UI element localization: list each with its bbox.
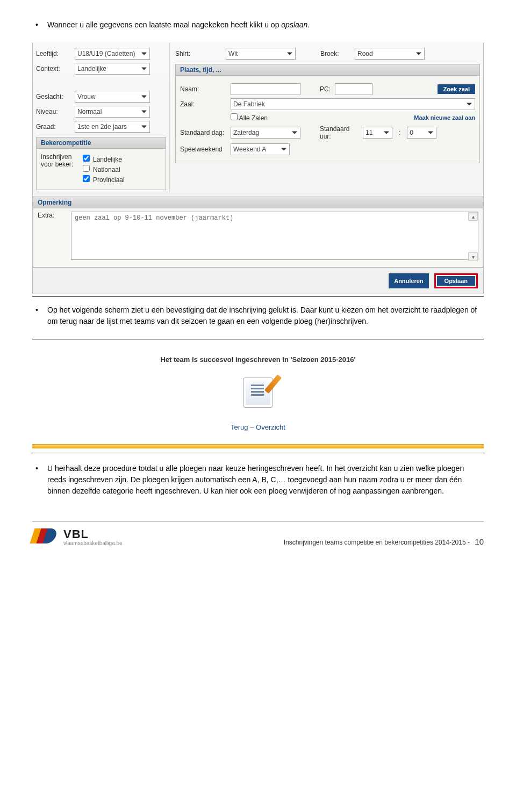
shirt-select[interactable] [226,48,296,60]
bullet1-suffix: . [307,20,310,29]
bullet1-action: opslaan [281,20,307,29]
overzicht-link[interactable]: Overzicht [256,423,285,431]
zaal-label: Zaal: [180,100,226,108]
broek-label: Broek: [320,50,350,57]
bullet-dot: • [32,463,47,497]
plaats-tijd-panel-header: Plaats, tijd, ... [175,64,480,76]
alle-zalen-checkbox[interactable]: Alle Zalen [231,113,268,122]
naam-label: Naam: [180,85,226,93]
graad-select[interactable] [75,121,150,133]
footer-doc-title: Inschrijvingen teams competitie en beker… [284,539,470,546]
opslaan-button[interactable]: Opslaan [437,276,475,286]
terug-link[interactable]: Terug [231,423,248,431]
scroll-up-icon[interactable]: ▴ [468,212,478,221]
standaard-dag-select[interactable] [231,127,300,139]
pc-label: PC: [320,85,331,93]
standaard-uur-min-select[interactable] [407,127,436,139]
checkbox-landelijke-input[interactable] [83,155,90,162]
page-footer: VBL vlaamsebasketballiga.be Inschrijving… [32,527,484,546]
leeftijd-label: Leeftijd: [36,50,75,57]
naam-input[interactable] [231,83,300,95]
checkbox-provinciaal[interactable]: Provinciaal [83,175,125,184]
confirmation-screenshot: Het team is succesvol ingeschreven in 'S… [32,350,484,448]
geslacht-select[interactable] [75,91,150,103]
geslacht-label: Geslacht: [36,93,75,100]
speelweekend-label: Speelweekend [180,146,226,153]
vbl-logo: VBL vlaamsebasketballiga.be [32,527,123,546]
bullet2-text: Op het volgende scherm ziet u een bevest… [47,305,484,327]
annuleren-button[interactable]: Annuleren [389,273,428,288]
pc-input[interactable] [335,83,372,95]
leeftijd-select[interactable] [75,48,150,60]
form-screenshot: Leeftijd: Context: Geslacht: Niveau: [32,42,484,294]
standaard-dag-label: Standaard dag: [180,129,226,136]
standaard-uur-hour-select[interactable] [363,127,392,139]
divider [32,339,484,339]
graad-label: Graad: [36,123,75,130]
standaard-uur-label: Standaard uur: [320,125,359,140]
checkbox-provinciaal-input[interactable] [83,175,90,182]
bekercompetitie-panel-header: Bekercompetitie [36,137,166,149]
bullet1-prefix: Wanneer u alle gegevens een laatste maal… [47,20,281,29]
broek-select[interactable] [355,48,425,60]
instruction-bullet-1: • Wanneer u alle gegevens een laatste ma… [32,19,484,31]
instruction-bullet-3: • U herhaalt deze procedure totdat u all… [32,463,484,497]
vbl-logo-url: vlaamsebasketballiga.be [63,540,123,546]
scroll-down-icon[interactable]: ▾ [468,252,478,261]
checkbox-nationaal[interactable]: Nationaal [83,165,125,173]
checkbox-landelijke[interactable]: Landelijke [83,155,125,163]
shirt-label: Shirt: [175,50,221,57]
extra-textarea[interactable]: geen zaal op 9-10-11 november (jaarmarkt… [71,212,478,260]
bullet-dot: • [32,19,47,31]
edit-note-icon [243,378,273,408]
bullet3-text: U herhaalt deze procedure totdat u alle … [47,463,484,497]
opmerking-panel-header: Opmerking [33,197,483,208]
niveau-label: Niveau: [36,108,75,115]
confirmation-title: Het team is succesvol ingeschreven in 'S… [32,356,484,364]
orange-bar [32,444,484,448]
speelweekend-select[interactable] [231,143,290,155]
zaal-select[interactable] [231,98,475,110]
inschrijven-beker-label: Inschrijven voor beker: [41,153,78,185]
context-label: Context: [36,65,75,73]
instruction-bullet-2: • Op het volgende scherm ziet u een beve… [32,305,484,327]
bullet-dot: • [32,305,47,327]
vbl-logo-text: VBL [63,527,89,541]
divider [32,296,484,297]
extra-label: Extra: [38,212,64,262]
context-select[interactable] [75,63,150,75]
opslaan-highlight: Opslaan [434,273,478,288]
zoek-zaal-button[interactable]: Zoek zaal [438,84,475,94]
checkbox-nationaal-input[interactable] [83,165,90,172]
page-number: 10 [471,537,484,546]
maak-nieuwe-zaal-link[interactable]: Maak nieuwe zaal aan [414,114,475,121]
vbl-logo-mark [32,528,60,546]
niveau-select[interactable] [75,106,150,118]
divider [32,453,484,453]
